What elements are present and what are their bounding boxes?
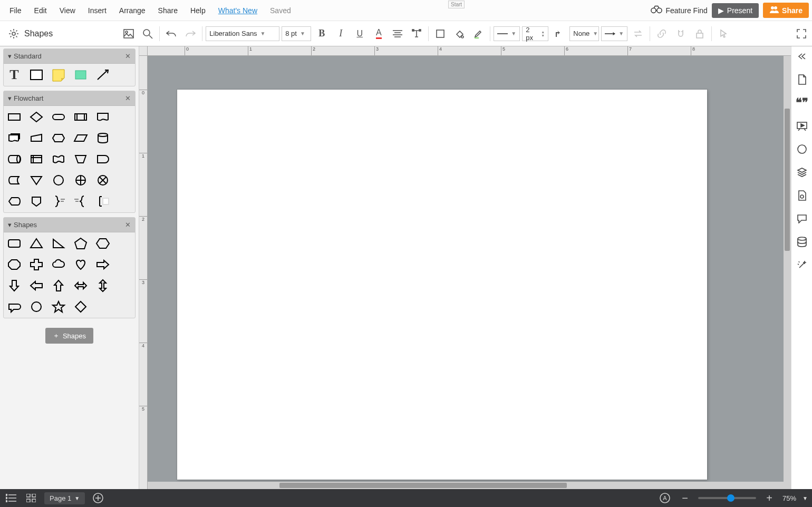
page-selector[interactable]: Page 1 ▼: [44, 492, 85, 504]
shape-decision[interactable]: [28, 109, 45, 125]
menu-edit[interactable]: Edit: [28, 3, 53, 18]
zoom-out-icon[interactable]: −: [678, 491, 692, 505]
grid-view-icon[interactable]: [24, 491, 38, 505]
page-icon[interactable]: [795, 73, 809, 86]
underline-icon[interactable]: U: [351, 25, 368, 42]
menu-insert[interactable]: Insert: [82, 3, 113, 18]
list-view-icon[interactable]: [4, 491, 18, 505]
close-icon[interactable]: ✕: [125, 94, 131, 102]
shape-terminator[interactable]: [50, 109, 67, 125]
pointer-icon[interactable]: [715, 25, 732, 42]
fontsize-select[interactable]: 8 pt ▼: [282, 26, 311, 41]
shape-callout[interactable]: [6, 299, 23, 315]
line-angle-icon[interactable]: [550, 25, 567, 42]
comment-icon[interactable]: [795, 212, 809, 226]
quote-icon[interactable]: ❝❞: [795, 96, 809, 110]
shape-triangle[interactable]: [28, 236, 45, 251]
scroll-thumb[interactable]: [785, 109, 790, 251]
line-style-select[interactable]: ▼: [494, 26, 520, 41]
search-icon[interactable]: [139, 25, 156, 42]
bold-icon[interactable]: B: [313, 25, 330, 42]
zoom-slider[interactable]: [698, 497, 756, 499]
slider-knob[interactable]: [727, 494, 734, 502]
close-icon[interactable]: ✕: [125, 221, 131, 229]
highlight-icon[interactable]: [470, 25, 487, 42]
palette-header[interactable]: ▾ Shapes ✕: [4, 218, 135, 232]
text-box-icon[interactable]: [408, 25, 425, 42]
shape-arrow-down[interactable]: [6, 278, 23, 294]
shape-arrow-up[interactable]: [50, 278, 67, 294]
scrollbar-vertical[interactable]: [784, 56, 791, 482]
image-icon[interactable]: [120, 25, 137, 42]
add-page-icon[interactable]: [91, 491, 105, 505]
shape-pentagon[interactable]: [72, 236, 89, 251]
shape-right-triangle[interactable]: [50, 236, 67, 251]
shape-cloud[interactable]: [50, 257, 67, 272]
canvas-area[interactable]: 0 1 2 3 4 5 6 7 8 0 1 2 3 4 5: [139, 46, 791, 489]
shape-brace-left[interactable]: [72, 193, 89, 209]
redo-icon[interactable]: [182, 25, 199, 42]
canvas-page[interactable]: [177, 90, 707, 480]
italic-icon[interactable]: I: [332, 25, 349, 42]
line-dash-select[interactable]: None ▼: [569, 26, 599, 41]
lock-icon[interactable]: [691, 25, 708, 42]
slideshow-icon[interactable]: [795, 119, 809, 133]
wand-icon[interactable]: [795, 258, 809, 272]
shape-paper-tape[interactable]: [50, 151, 67, 167]
arrow-style-select[interactable]: ▼: [601, 26, 627, 41]
shape-process[interactable]: [6, 109, 23, 125]
shape-data[interactable]: [72, 130, 89, 146]
gear-icon[interactable]: [5, 25, 22, 42]
menu-whats-new[interactable]: What's New: [212, 3, 264, 18]
feature-find[interactable]: Feature Find: [651, 5, 707, 16]
scrollbar-horizontal[interactable]: [148, 482, 791, 489]
shape-diamond[interactable]: [72, 299, 89, 315]
shape-octagon[interactable]: [6, 257, 23, 272]
shape-internal-storage[interactable]: [28, 151, 45, 167]
shape-direct-data[interactable]: [6, 151, 23, 167]
font-select[interactable]: Liberation Sans ▼: [206, 26, 279, 41]
present-button[interactable]: ▶ Present: [712, 3, 759, 18]
shape-block-green[interactable]: [72, 67, 89, 83]
shape-predefined[interactable]: [72, 109, 89, 125]
shape-display[interactable]: [6, 193, 23, 209]
menu-help[interactable]: Help: [184, 3, 212, 18]
shape-connector[interactable]: [50, 172, 67, 188]
shape-document[interactable]: [94, 109, 111, 125]
shape-multidoc[interactable]: [6, 130, 23, 146]
shape-arrow-line[interactable]: [94, 67, 111, 83]
magnet-icon[interactable]: [672, 25, 689, 42]
menu-file[interactable]: File: [3, 3, 28, 18]
clock-icon[interactable]: [795, 142, 809, 156]
text-color-icon[interactable]: A: [370, 25, 387, 42]
fullscreen-icon[interactable]: [793, 25, 810, 42]
line-width-select[interactable]: 2 px ▲▼: [522, 26, 548, 41]
shape-arrow-vert[interactable]: [94, 278, 111, 294]
shape-rect[interactable]: [28, 67, 45, 83]
shape-hexagon[interactable]: [94, 236, 111, 251]
shape-off-page[interactable]: [28, 193, 45, 209]
shape-stored-data[interactable]: [6, 172, 23, 188]
database-icon[interactable]: [795, 235, 809, 249]
palette-header[interactable]: ▾ Flowchart ✕: [4, 91, 135, 106]
shape-manual-op[interactable]: [72, 151, 89, 167]
file-icon[interactable]: [795, 189, 809, 202]
text-mode-icon[interactable]: A: [658, 491, 672, 505]
shape-arrow-horiz[interactable]: [72, 278, 89, 294]
shape-cross[interactable]: [28, 257, 45, 272]
layers-icon[interactable]: [795, 165, 809, 179]
shape-note-yellow[interactable]: [50, 67, 67, 83]
shape-manual-input[interactable]: [28, 130, 45, 146]
shape-circle[interactable]: [28, 299, 45, 315]
border-color-icon[interactable]: [432, 25, 449, 42]
shape-arrow-right[interactable]: [94, 257, 111, 272]
link-icon[interactable]: [653, 25, 670, 42]
shape-delay[interactable]: [94, 151, 111, 167]
palette-header[interactable]: ▾ Standard ✕: [4, 49, 135, 64]
menu-share[interactable]: Share: [152, 3, 184, 18]
undo-icon[interactable]: [163, 25, 180, 42]
menu-view[interactable]: View: [53, 3, 82, 18]
share-button[interactable]: Share: [763, 3, 809, 18]
shape-text[interactable]: T: [6, 67, 23, 83]
shape-summing[interactable]: [94, 172, 111, 188]
